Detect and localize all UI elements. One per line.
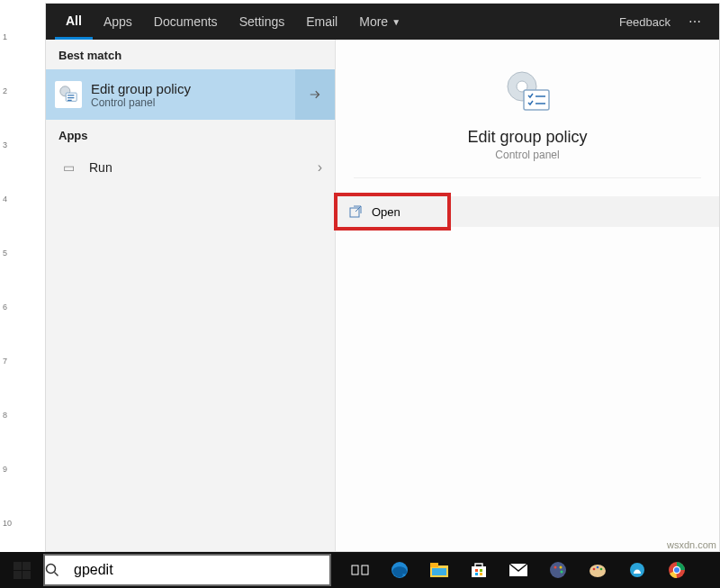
svg-point-30 xyxy=(674,567,680,573)
svg-rect-15 xyxy=(480,569,482,572)
feedback-link[interactable]: Feedback xyxy=(608,15,681,29)
open-icon xyxy=(348,204,364,219)
start-button[interactable] xyxy=(0,552,43,588)
chrome-icon[interactable] xyxy=(657,552,697,588)
detail-title: Edit group policy xyxy=(354,128,701,147)
search-body: Best match Edit group policy Control pan… xyxy=(46,40,719,551)
open-action[interactable]: Open xyxy=(336,196,719,227)
control-panel-icon xyxy=(55,81,82,108)
app-icon-blue[interactable] xyxy=(617,552,657,588)
windows-logo-icon xyxy=(14,562,31,579)
best-match-result[interactable]: Edit group policy Control panel xyxy=(46,69,335,120)
edge-icon[interactable] xyxy=(380,552,419,588)
start-search-panel: All Apps Documents Settings Email More▼ … xyxy=(45,3,720,552)
chevron-right-icon: › xyxy=(318,159,322,176)
svg-rect-13 xyxy=(472,566,486,577)
svg-rect-16 xyxy=(475,573,478,575)
watermark: wsxdn.com xyxy=(667,539,716,550)
tab-all[interactable]: All xyxy=(55,4,93,40)
detail-subtitle: Control panel xyxy=(354,149,701,161)
more-options-icon[interactable]: ⋯ xyxy=(681,14,710,29)
svg-point-19 xyxy=(550,562,566,578)
microsoft-store-icon[interactable] xyxy=(459,552,499,588)
task-view-icon[interactable] xyxy=(340,552,380,588)
taskbar-search[interactable] xyxy=(43,554,331,586)
tab-email[interactable]: Email xyxy=(295,4,348,40)
run-icon: ▭ xyxy=(58,160,78,175)
svg-point-24 xyxy=(593,568,596,571)
detail-column: Edit group policy Control panel Open xyxy=(336,40,719,551)
paint-app-icon[interactable] xyxy=(538,552,578,588)
mail-icon[interactable] xyxy=(499,552,538,588)
detail-header: Edit group policy Control panel xyxy=(354,40,701,178)
file-explorer-icon[interactable] xyxy=(419,552,459,588)
mspaint-icon[interactable] xyxy=(578,552,617,588)
search-filter-tabs: All Apps Documents Settings Email More▼ … xyxy=(46,4,719,40)
tab-settings[interactable]: Settings xyxy=(229,4,296,40)
chevron-down-icon: ▼ xyxy=(392,17,400,27)
best-match-heading: Best match xyxy=(46,40,335,69)
apps-result-run[interactable]: ▭ Run › xyxy=(46,149,335,185)
expand-arrow-icon[interactable] xyxy=(295,69,335,120)
svg-rect-8 xyxy=(362,565,368,574)
svg-rect-17 xyxy=(480,573,482,575)
taskbar xyxy=(0,552,720,588)
svg-rect-12 xyxy=(432,568,446,575)
group-policy-icon xyxy=(502,67,553,117)
taskbar-icons xyxy=(340,552,697,588)
svg-point-25 xyxy=(597,566,599,569)
search-input[interactable] xyxy=(74,556,329,584)
apps-heading: Apps xyxy=(46,120,335,149)
best-match-subtitle: Control panel xyxy=(91,96,191,109)
vertical-ruler: 1 2 3 4 5 6 7 8 9 10 xyxy=(0,0,18,588)
svg-rect-14 xyxy=(475,569,478,572)
svg-point-20 xyxy=(554,566,557,569)
apps-result-label: Run xyxy=(89,160,318,175)
best-match-title: Edit group policy xyxy=(91,81,191,96)
svg-point-6 xyxy=(47,565,56,574)
search-icon xyxy=(45,563,74,577)
svg-rect-7 xyxy=(352,565,358,574)
svg-rect-4 xyxy=(524,90,549,110)
tab-apps[interactable]: Apps xyxy=(93,4,143,40)
results-column: Best match Edit group policy Control pan… xyxy=(46,40,336,551)
tab-documents[interactable]: Documents xyxy=(143,4,229,40)
svg-point-21 xyxy=(560,566,562,569)
svg-point-26 xyxy=(600,568,603,571)
tab-more[interactable]: More▼ xyxy=(348,4,411,40)
svg-rect-11 xyxy=(430,563,438,567)
open-label: Open xyxy=(372,205,400,219)
svg-point-22 xyxy=(561,571,563,574)
